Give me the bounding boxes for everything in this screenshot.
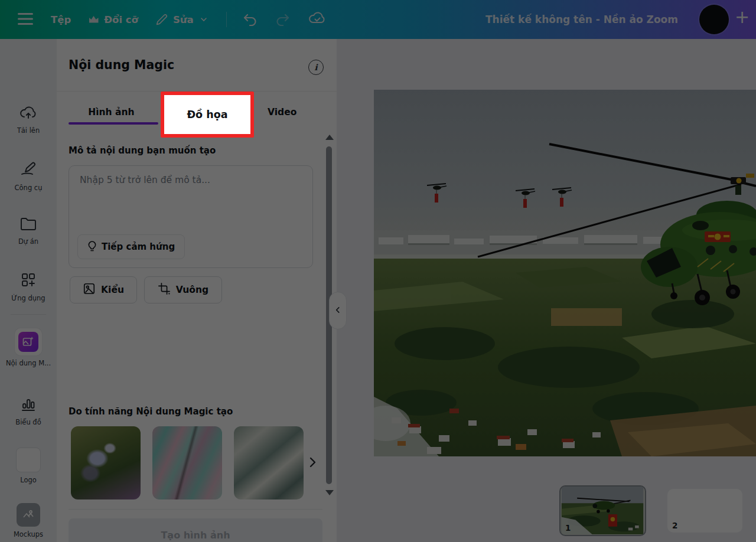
cloud-check-icon: [308, 11, 326, 28]
hamburger-icon: [18, 12, 33, 27]
tab-hinh-anh[interactable]: Hình ảnh: [69, 99, 154, 125]
info-icon[interactable]: i: [308, 60, 324, 75]
sidebar-item-label: Biểu đồ: [15, 418, 41, 426]
aspect-ratio-button[interactable]: Vuông: [144, 276, 222, 303]
magic-media-tile: [15, 328, 42, 355]
page-thumbnail-1[interactable]: 1: [559, 485, 646, 536]
image-style-icon: [83, 282, 96, 298]
lightbulb-icon: [87, 240, 97, 254]
sidebar-item-label: Công cụ: [15, 184, 43, 192]
edit-label: Sửa: [173, 14, 194, 25]
logo-icon: [16, 448, 41, 472]
undo-button[interactable]: [242, 12, 258, 28]
scrollbar-down-arrow[interactable]: [325, 490, 334, 495]
cloud-upload-icon: [19, 105, 37, 123]
sidebar-item-projects[interactable]: Dự án: [0, 216, 57, 246]
mockups-icon: [17, 503, 40, 527]
design-image-helicopters[interactable]: [374, 90, 756, 456]
panel-footer-divider: [69, 509, 322, 510]
sidebar-item-charts[interactable]: Biểu đồ: [0, 396, 57, 426]
canva-editor: Tệp Đổi cỡ Sửa: [0, 0, 756, 542]
sidebar-item-tools[interactable]: Công cụ: [0, 161, 57, 192]
page-number: 2: [672, 521, 677, 530]
canvas-workspace: 1 2: [337, 39, 756, 542]
sidebar-divider: [11, 314, 46, 315]
gallery-thumb-marble[interactable]: [234, 426, 304, 499]
sidebar-item-label: Logo: [20, 476, 37, 484]
highlighted-tab-do-hoa[interactable]: Đồ họa: [161, 92, 254, 138]
magic-edit-icon: [19, 161, 37, 180]
redo-icon: [275, 12, 291, 28]
style-label: Kiểu: [101, 285, 124, 295]
avatar[interactable]: [699, 5, 729, 34]
resize-button[interactable]: Đổi cỡ: [89, 14, 138, 25]
pencil-icon: [156, 14, 168, 25]
aspect-label: Vuông: [176, 285, 208, 295]
crown-icon: [89, 15, 99, 24]
page-thumbnail-2[interactable]: 2: [667, 489, 742, 533]
panel-title: Nội dung Magic: [69, 58, 174, 72]
sidebar-item-label: Mockups: [14, 530, 43, 538]
sidebar-item-uploads[interactable]: Tải lên: [0, 105, 57, 135]
sidebar-item-logo[interactable]: Logo: [0, 448, 57, 484]
style-button[interactable]: Kiểu: [70, 276, 137, 303]
chevron-down-icon: [199, 15, 208, 24]
edit-menu-button[interactable]: Sửa: [156, 14, 208, 25]
sidebar: Tải lên Công cụ Dự án Ứng dụng: [0, 39, 57, 542]
sidebar-item-label: Tải lên: [17, 126, 40, 135]
toolbar-divider: [226, 12, 227, 27]
undo-icon: [242, 12, 258, 28]
scrollbar-up-arrow[interactable]: [325, 135, 334, 140]
page-number: 1: [565, 523, 571, 533]
prompt-label: Mô tả nội dung bạn muốn tạo: [69, 145, 216, 156]
generate-image-button[interactable]: Tạo hình ảnh: [69, 518, 322, 542]
bar-chart-icon: [20, 396, 37, 414]
active-tab-underline: [69, 122, 158, 125]
prompt-input[interactable]: Nhập 5 từ trở lên để mô tả... Tiếp cảm h…: [69, 165, 313, 268]
gallery-next-button[interactable]: [302, 452, 322, 474]
topbar: Tệp Đổi cỡ Sửa: [0, 0, 756, 39]
apps-icon: [20, 272, 37, 290]
inspire-label: Tiếp cảm hứng: [102, 241, 175, 252]
sidebar-item-apps[interactable]: Ứng dụng: [0, 272, 57, 302]
panel-collapse-handle[interactable]: [329, 292, 347, 329]
gallery-heading: Do tính năng Nội dung Magic tạo: [69, 406, 233, 417]
magic-media-icon: [18, 332, 38, 352]
redo-button[interactable]: [275, 12, 291, 28]
design-title: Thiết kế không tên - Nền ảo Zoom: [485, 0, 678, 39]
chevron-left-icon: [334, 305, 342, 316]
sidebar-item-label: Dự án: [18, 237, 38, 246]
file-menu-button[interactable]: Tệp: [51, 14, 71, 25]
sidebar-item-mockups[interactable]: Mockups: [0, 503, 57, 538]
cloud-save-button[interactable]: [308, 11, 326, 28]
resize-label: Đổi cỡ: [104, 14, 138, 25]
prompt-placeholder: Nhập 5 từ trở lên để mô tả...: [80, 175, 210, 185]
sidebar-item-magic-media[interactable]: Nội dung M...: [0, 328, 57, 367]
folder-icon: [19, 216, 37, 234]
file-menu-label: Tệp: [51, 14, 71, 25]
sidebar-item-label: Nội dung M...: [6, 359, 51, 367]
gallery-thumb-holographic[interactable]: [152, 426, 222, 499]
gallery-thumb-flower[interactable]: [71, 426, 141, 499]
menu-button[interactable]: [18, 12, 33, 27]
sidebar-item-label: Ứng dụng: [11, 294, 45, 302]
inspire-button[interactable]: Tiếp cảm hứng: [77, 234, 185, 259]
add-design-button[interactable]: +: [731, 8, 753, 27]
chevron-right-icon: [305, 462, 320, 471]
crop-icon: [158, 282, 171, 298]
